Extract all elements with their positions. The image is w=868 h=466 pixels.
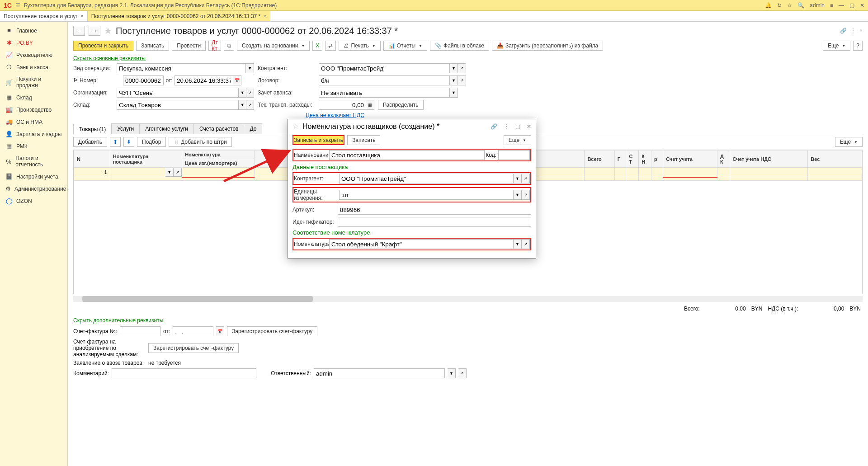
favorite-icon[interactable]: ☆: [292, 122, 299, 131]
sidebar-item-settings[interactable]: 📓Настройки учета: [0, 170, 67, 183]
table-more-button[interactable]: Еще▼: [835, 137, 863, 147]
dropdown-icon[interactable]: ▼: [450, 63, 458, 73]
subtab-agent[interactable]: Агентские услуги: [139, 123, 194, 134]
price-vat-link[interactable]: Цена не включает НДС: [306, 112, 364, 118]
sidebar-item-poby[interactable]: ✱PO.BY: [0, 37, 67, 49]
post-close-button[interactable]: Провести и закрыть: [73, 41, 133, 51]
hamburger-icon[interactable]: ☰: [15, 2, 20, 9]
close-icon[interactable]: ×: [263, 13, 266, 19]
horizontal-scrollbar[interactable]: [73, 296, 863, 302]
sidebar-item-assets[interactable]: 🚚ОС и НМА: [0, 116, 67, 128]
add-barcode-button[interactable]: ⫼ Добавить по штри: [169, 137, 231, 147]
advance-input[interactable]: [319, 88, 450, 98]
modal-id-input[interactable]: [338, 217, 531, 227]
sidebar-item-salary[interactable]: 👤Зарплата и кадры: [0, 128, 67, 140]
post-button[interactable]: Провести: [172, 41, 206, 51]
search-icon[interactable]: 🔍: [797, 2, 804, 9]
link-icon[interactable]: 🔗: [491, 123, 497, 130]
sidebar-item-admin[interactable]: ⚙Администрирование: [0, 183, 67, 195]
responsible-input[interactable]: [314, 368, 445, 378]
subtab-additional[interactable]: До: [244, 123, 262, 134]
dropdown-icon[interactable]: ▼: [239, 100, 246, 110]
contract-input[interactable]: [319, 75, 450, 85]
menu-icon[interactable]: ⋮: [850, 28, 856, 34]
open-icon[interactable]: ↗: [246, 88, 254, 98]
modal-save-close-button[interactable]: Записать и закрыть: [292, 135, 344, 145]
dropdown-icon[interactable]: ▼: [450, 88, 458, 98]
modal-unit-input[interactable]: [339, 190, 514, 200]
dropdown-icon[interactable]: ▼: [514, 174, 522, 184]
dropdown-icon[interactable]: ▼: [246, 63, 254, 73]
star-icon[interactable]: ☆: [787, 2, 792, 9]
forward-button[interactable]: →: [89, 26, 100, 36]
hide-additional-link[interactable]: Скрыть дополнительные реквизиты: [73, 317, 163, 324]
modal-code-input[interactable]: [498, 150, 530, 160]
calendar-icon[interactable]: 📅: [216, 326, 224, 336]
more-button[interactable]: Еще▼: [823, 41, 850, 51]
maximize-icon[interactable]: ▢: [515, 123, 520, 130]
sidebar-item-manager[interactable]: 📈Руководителю: [0, 49, 67, 61]
subtab-accounts[interactable]: Счета расчетов: [193, 123, 245, 134]
modal-name-input[interactable]: [329, 150, 485, 160]
bell-icon[interactable]: 🔔: [765, 2, 772, 9]
modal-nom-input[interactable]: [329, 239, 514, 249]
sidebar-item-warehouse[interactable]: ▦Склад: [0, 91, 67, 104]
favorite-icon[interactable]: ★: [104, 25, 112, 36]
invoice-date-input[interactable]: [173, 326, 213, 336]
modal-counterparty-input[interactable]: [339, 174, 514, 184]
hide-props-link[interactable]: Скрыть основные реквизиты: [73, 55, 146, 61]
open-icon[interactable]: ↗: [522, 174, 530, 184]
add-row-button[interactable]: Добавить: [73, 137, 107, 147]
open-icon[interactable]: ↗: [522, 239, 530, 249]
save-button[interactable]: Записать: [136, 41, 169, 51]
dropdown-icon[interactable]: ▼: [239, 88, 246, 98]
org-input[interactable]: [117, 88, 239, 98]
modal-article-input[interactable]: [338, 205, 531, 215]
sidebar-item-rmk[interactable]: ▦РМК: [0, 140, 67, 152]
invoice-num-input[interactable]: [120, 326, 160, 336]
sidebar-item-production[interactable]: 🏭Производство: [0, 104, 67, 116]
calc-icon[interactable]: ▦: [366, 100, 374, 110]
maximize-icon[interactable]: ▢: [849, 2, 854, 9]
open-icon[interactable]: ↗: [522, 190, 530, 200]
counterparty-input[interactable]: [319, 63, 450, 73]
sidebar-item-bank[interactable]: ❍Банк и касса: [0, 61, 67, 73]
number-input[interactable]: [123, 75, 164, 85]
comment-input[interactable]: [112, 368, 256, 378]
distribute-button[interactable]: Распределить: [378, 100, 424, 110]
link-icon[interactable]: 🔗: [840, 28, 847, 34]
history-icon[interactable]: ↻: [777, 2, 782, 9]
create-based-button[interactable]: Создать на основании▼: [237, 41, 310, 51]
open-icon[interactable]: ↗: [174, 168, 182, 177]
move-up-button[interactable]: ⬆: [110, 137, 121, 147]
dropdown-icon[interactable]: ▼: [514, 239, 522, 249]
files-button[interactable]: 📎 Файлы в облаке: [430, 41, 489, 51]
dropdown-icon[interactable]: ▼: [514, 190, 522, 200]
help-button[interactable]: ?: [853, 41, 863, 51]
calendar-icon[interactable]: 📅: [233, 75, 241, 85]
dropdown-icon[interactable]: ▼: [448, 368, 456, 378]
sidebar-item-ozon[interactable]: ◯OZON: [0, 195, 67, 207]
open-icon[interactable]: ↗: [458, 75, 466, 85]
excel-button[interactable]: X: [312, 41, 322, 51]
close-icon[interactable]: ×: [859, 28, 863, 34]
dropdown-icon[interactable]: ▼: [450, 75, 458, 85]
user-label[interactable]: admin: [810, 2, 825, 9]
open-icon[interactable]: ↗: [458, 63, 466, 73]
pick-button[interactable]: Подбор: [137, 137, 166, 147]
close-icon[interactable]: ✕: [527, 123, 531, 130]
dt-kt-button[interactable]: ДтКт: [208, 41, 221, 51]
sidebar-item-purchases[interactable]: 🛒Покупки и продажи: [0, 73, 67, 91]
modal-save-button[interactable]: Записать: [347, 135, 380, 145]
transport-input[interactable]: [319, 100, 366, 110]
edi-button[interactable]: ⇄: [325, 41, 336, 51]
back-button[interactable]: ←: [73, 26, 85, 36]
op-type-input[interactable]: [117, 63, 246, 73]
subtab-goods[interactable]: Товары (1): [73, 124, 112, 134]
register-invoice-button[interactable]: Зарегистрировать счет-фактуру: [227, 326, 317, 336]
minimize-icon[interactable]: —: [839, 2, 844, 9]
date-input[interactable]: [175, 75, 233, 85]
tab-receipt-doc[interactable]: Поступление товаров и услуг 0000-000062 …: [88, 11, 271, 21]
warehouse-input[interactable]: [117, 100, 239, 110]
close-icon[interactable]: ✕: [860, 2, 864, 9]
